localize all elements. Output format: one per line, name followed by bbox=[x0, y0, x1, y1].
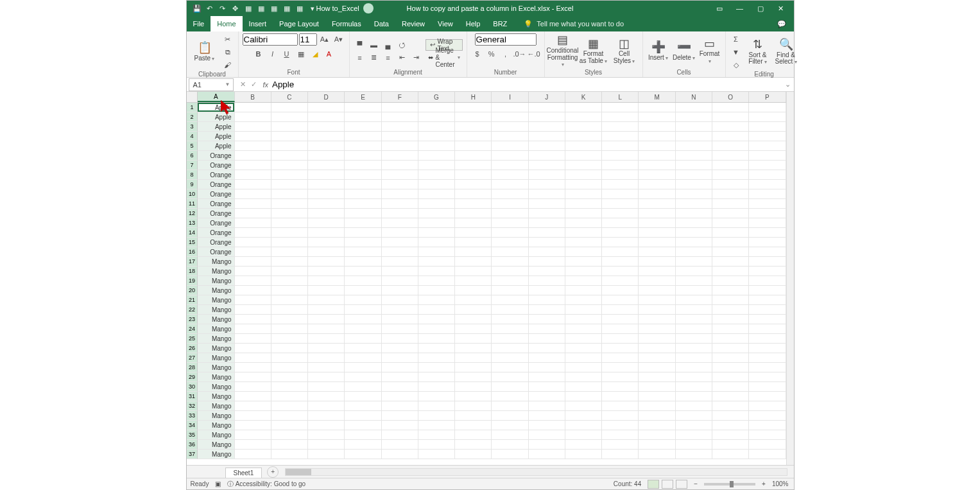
cell[interactable] bbox=[602, 421, 639, 430]
cell[interactable] bbox=[418, 324, 455, 334]
cell[interactable] bbox=[308, 440, 345, 450]
cell[interactable] bbox=[492, 257, 528, 267]
cell[interactable] bbox=[455, 218, 492, 228]
cell[interactable] bbox=[602, 141, 639, 151]
cell[interactable] bbox=[639, 199, 675, 209]
cell[interactable] bbox=[345, 170, 381, 180]
merge-center-button[interactable]: ⬌ Merge & Center bbox=[426, 52, 463, 64]
cell[interactable] bbox=[529, 247, 565, 257]
cell[interactable] bbox=[492, 363, 528, 372]
cell[interactable] bbox=[271, 315, 308, 324]
tab-home[interactable]: Home bbox=[211, 16, 242, 31]
cell[interactable] bbox=[235, 189, 271, 199]
row-header[interactable]: 34 bbox=[187, 421, 198, 430]
cell[interactable] bbox=[529, 180, 565, 189]
cell[interactable] bbox=[308, 228, 345, 238]
tab-formulas[interactable]: Formulas bbox=[325, 16, 368, 31]
cell[interactable] bbox=[345, 112, 381, 122]
cell[interactable] bbox=[345, 401, 381, 411]
cell[interactable] bbox=[235, 257, 271, 267]
sheet-tab-active[interactable]: Sheet1 bbox=[225, 468, 262, 478]
cell[interactable] bbox=[382, 363, 418, 372]
indent-inc-icon[interactable]: ⇥ bbox=[410, 52, 423, 64]
cell[interactable] bbox=[712, 401, 749, 411]
cell[interactable] bbox=[271, 401, 308, 411]
cell[interactable] bbox=[455, 276, 492, 286]
cell[interactable] bbox=[308, 257, 345, 267]
ribbon-options-icon[interactable]: ▭ bbox=[710, 1, 728, 16]
cell[interactable] bbox=[602, 286, 639, 295]
cell[interactable] bbox=[492, 305, 528, 315]
cell[interactable] bbox=[712, 421, 749, 430]
cell[interactable] bbox=[345, 218, 381, 228]
row-header[interactable]: 22 bbox=[187, 305, 198, 315]
cell[interactable] bbox=[382, 382, 418, 392]
qat-icon-2[interactable]: ▦ bbox=[257, 4, 265, 12]
format-cells-button[interactable]: ▭ Format bbox=[698, 35, 721, 68]
tab-data[interactable]: Data bbox=[368, 16, 395, 31]
cell[interactable] bbox=[271, 344, 308, 353]
cell[interactable] bbox=[418, 276, 455, 286]
cell[interactable] bbox=[639, 276, 675, 286]
cell[interactable] bbox=[712, 305, 749, 315]
row-header[interactable]: 4 bbox=[187, 132, 198, 141]
cell[interactable] bbox=[712, 151, 749, 161]
column-header-F[interactable]: F bbox=[382, 92, 418, 102]
cell[interactable] bbox=[235, 363, 271, 372]
cell[interactable] bbox=[602, 440, 639, 450]
cell[interactable]: Mango bbox=[198, 363, 234, 372]
cell[interactable] bbox=[565, 430, 602, 440]
cell[interactable] bbox=[455, 199, 492, 209]
cell[interactable] bbox=[455, 372, 492, 382]
cell[interactable] bbox=[492, 180, 528, 189]
cell[interactable] bbox=[712, 286, 749, 295]
cell[interactable] bbox=[602, 170, 639, 180]
cell[interactable] bbox=[418, 401, 455, 411]
cell[interactable] bbox=[749, 228, 786, 238]
conditional-formatting-button[interactable]: ▤ Conditional Formatting bbox=[549, 35, 577, 68]
cell[interactable] bbox=[308, 267, 345, 276]
fill-icon[interactable]: ▼ bbox=[730, 46, 743, 58]
normal-view-button[interactable] bbox=[648, 480, 659, 489]
select-all-corner[interactable] bbox=[187, 92, 198, 102]
column-header-P[interactable]: P bbox=[749, 92, 786, 102]
cell[interactable] bbox=[308, 209, 345, 218]
cell[interactable] bbox=[235, 353, 271, 363]
cell[interactable] bbox=[235, 132, 271, 141]
cell[interactable] bbox=[529, 324, 565, 334]
cell[interactable]: Mango bbox=[198, 372, 234, 382]
cell[interactable] bbox=[749, 411, 786, 421]
cell[interactable] bbox=[676, 315, 712, 324]
cell[interactable] bbox=[271, 132, 308, 141]
cell[interactable] bbox=[455, 141, 492, 151]
cell[interactable] bbox=[749, 450, 786, 459]
cell[interactable] bbox=[308, 170, 345, 180]
cell[interactable] bbox=[639, 430, 675, 440]
cell[interactable] bbox=[565, 411, 602, 421]
cell[interactable] bbox=[602, 247, 639, 257]
cell[interactable] bbox=[382, 132, 418, 141]
cell[interactable] bbox=[639, 161, 675, 170]
fill-color-button[interactable]: ◢ bbox=[309, 48, 322, 60]
cell[interactable] bbox=[529, 286, 565, 295]
column-header-K[interactable]: K bbox=[565, 92, 602, 102]
row-header[interactable]: 29 bbox=[187, 372, 198, 382]
cell[interactable] bbox=[565, 363, 602, 372]
cell[interactable] bbox=[235, 267, 271, 276]
cell[interactable] bbox=[235, 344, 271, 353]
cell[interactable] bbox=[565, 286, 602, 295]
cell[interactable] bbox=[639, 286, 675, 295]
cell[interactable] bbox=[602, 132, 639, 141]
cell[interactable] bbox=[639, 151, 675, 161]
font-color-button[interactable]: A bbox=[323, 48, 336, 60]
cell[interactable] bbox=[235, 112, 271, 122]
cell[interactable] bbox=[235, 421, 271, 430]
cell[interactable] bbox=[602, 305, 639, 315]
sort-filter-button[interactable]: ⇅ Sort & Filter bbox=[745, 35, 771, 69]
cell[interactable] bbox=[345, 295, 381, 305]
cell[interactable] bbox=[455, 257, 492, 267]
cell[interactable] bbox=[308, 199, 345, 209]
cell[interactable] bbox=[529, 228, 565, 238]
cell[interactable] bbox=[345, 440, 381, 450]
cell[interactable] bbox=[235, 392, 271, 401]
